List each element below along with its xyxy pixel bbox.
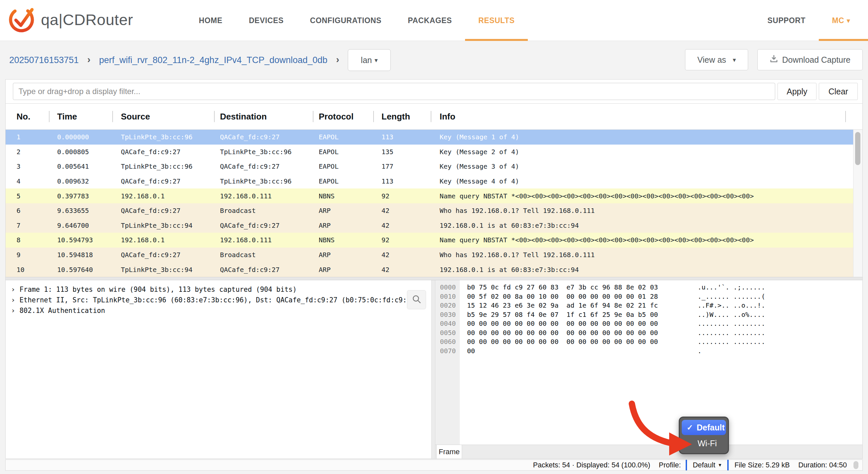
table-row[interactable]: 1010.597640TpLinkPte_3b:cc:94QACafe_fd:c… <box>6 262 862 277</box>
cell-dst: 192.168.0.111 <box>214 192 313 200</box>
hex-row[interactable]: 005000 00 00 00 00 00 00 00 00 00 00 00 … <box>435 329 862 338</box>
cell-proto: EAPOL <box>313 133 373 141</box>
capture-viewer-panel: Apply Clear No. Time Source Destination … <box>5 79 863 459</box>
nav-right: SUPPORT MC ▾ <box>754 0 868 41</box>
cell-dst: 192.168.0.111 <box>214 236 313 244</box>
breadcrumb-test-link[interactable]: perf_wifi_rvr_802_11n-2_4ghz_IPv4_TCP_do… <box>99 55 327 65</box>
cell-dst: Broadcast <box>214 207 313 214</box>
table-row[interactable]: 910.594818QACafe_fd:c9:27BroadcastARP42W… <box>6 247 862 262</box>
search-detail-button[interactable] <box>407 290 426 309</box>
hex-row[interactable]: 0030b5 9e 29 57 08 f4 0e 07 1f c1 6f 25 … <box>435 310 862 319</box>
cell-info: 192.168.0.1 is at 60:83:e7:3b:cc:94 <box>431 266 845 274</box>
hex-row[interactable]: 004000 00 00 00 00 00 00 00 00 00 00 00 … <box>435 319 862 329</box>
frame-tab[interactable]: Frame <box>436 445 462 459</box>
cell-info: Key (Message 1 of 4) <box>431 133 845 141</box>
packet-detail-pane: ›Frame 1: 113 bytes on wire (904 bits), … <box>6 280 431 459</box>
chevron-down-icon: ▾ <box>719 463 721 468</box>
table-panes-divider[interactable] <box>6 277 862 280</box>
cell-dst: TpLinkPte_3b:cc:96 <box>214 148 313 156</box>
clear-filter-button[interactable]: Clear <box>819 83 858 100</box>
cell-len: 42 <box>373 251 431 259</box>
hex-row[interactable]: 002015 12 46 23 e6 3e 02 9a ad 1e 6f 94 … <box>435 301 862 310</box>
display-filter-input[interactable] <box>13 83 775 100</box>
chevron-down-icon: ▾ <box>847 18 850 24</box>
detail-tree-line[interactable]: ›Frame 1: 113 bytes on wire (904 bits), … <box>11 284 431 295</box>
column-separator[interactable] <box>313 111 313 122</box>
cell-len: 42 <box>373 222 431 229</box>
hex-offset: 0010 <box>435 292 460 301</box>
column-header-source[interactable]: Source <box>112 103 214 130</box>
expand-chevron-icon[interactable]: › <box>11 305 20 316</box>
table-row[interactable]: 10.000000TpLinkPte_3b:cc:96QACafe_fd:c9:… <box>6 130 862 144</box>
hex-row[interactable]: 001000 5f 02 00 8a 00 10 00 00 00 00 00 … <box>435 292 862 301</box>
view-as-button[interactable]: View as ▾ <box>685 49 748 70</box>
expand-chevron-icon[interactable]: › <box>11 295 20 305</box>
user-menu-button[interactable]: MC ▾ <box>819 0 868 41</box>
breadcrumb-run-link[interactable]: 20250716153751 <box>9 55 79 65</box>
column-separator[interactable] <box>49 111 50 122</box>
hex-row[interactable]: 007000. <box>435 347 862 356</box>
column-header-no[interactable]: No. <box>6 103 49 130</box>
column-header-length[interactable]: Length <box>373 103 431 130</box>
cell-dst: QACafe_fd:c9:27 <box>214 222 313 229</box>
column-separator[interactable] <box>373 111 374 122</box>
detail-tree-line[interactable]: ›Ethernet II, Src: TpLinkPte_3b:cc:96 (6… <box>11 295 431 305</box>
column-header-time[interactable]: Time <box>49 103 112 130</box>
hex-bytes: 00 00 00 00 00 00 00 00 00 00 00 00 00 0… <box>460 319 691 329</box>
nav-item-packages[interactable]: PACKAGES <box>395 0 465 41</box>
check-icon: ✓ <box>687 423 693 432</box>
nav-item-devices[interactable]: DEVICES <box>236 0 297 41</box>
resize-handle[interactable] <box>854 461 859 469</box>
table-row[interactable]: 40.009632QACafe_fd:c9:27TpLinkPte_3b:cc:… <box>6 174 862 189</box>
column-separator[interactable] <box>431 111 431 122</box>
nav-item-configurations[interactable]: CONFIGURATIONS <box>297 0 395 41</box>
packet-list-scrollbar[interactable] <box>853 130 862 277</box>
interface-select-button[interactable]: lan ▾ <box>348 49 391 71</box>
active-user-underline <box>819 39 868 41</box>
column-header-info[interactable]: Info <box>431 103 845 130</box>
download-capture-button[interactable]: Download Capture <box>757 49 863 70</box>
cell-src: TpLinkPte_3b:cc:94 <box>112 266 214 274</box>
apply-filter-button[interactable]: Apply <box>777 83 816 100</box>
hex-row[interactable]: 0000b0 75 0c fd c9 27 60 83 e7 3b cc 96 … <box>435 283 862 292</box>
nav-item-home[interactable]: HOME <box>186 0 236 41</box>
packet-rows: 10.000000TpLinkPte_3b:cc:96QACafe_fd:c9:… <box>6 130 862 277</box>
profile-dropdown[interactable]: Default ▾ <box>687 461 727 469</box>
cell-info: Who has 192.168.0.1? Tell 192.168.0.111 <box>431 251 845 259</box>
cell-info: Who has 192.168.0.1? Tell 192.168.0.111 <box>431 207 845 214</box>
file-size: File Size: 5.29 kB <box>735 461 790 469</box>
column-header-destination[interactable]: Destination <box>214 103 313 130</box>
detail-tree-line[interactable]: ›802.1X Authentication <box>11 305 431 316</box>
table-row[interactable]: 79.646700TpLinkPte_3b:cc:94QACafe_fd:c9:… <box>6 218 862 233</box>
cell-time: 10.594793 <box>49 236 112 244</box>
table-row[interactable]: 50.397783192.168.0.1192.168.0.111NBNS92N… <box>6 189 862 203</box>
table-row[interactable]: 810.594793192.168.0.1192.168.0.111NBNS92… <box>6 233 862 247</box>
cell-proto: EAPOL <box>313 162 373 170</box>
scrollbar-thumb[interactable] <box>855 132 860 165</box>
expand-chevron-icon[interactable]: › <box>11 284 20 295</box>
hex-row[interactable]: 006000 00 00 00 00 00 00 00 00 00 00 00 … <box>435 337 862 347</box>
popup-item-default[interactable]: ✓ Default <box>682 420 726 435</box>
cell-no: 1 <box>6 133 49 141</box>
cell-no: 5 <box>6 192 49 200</box>
cell-no: 9 <box>6 251 49 259</box>
cell-info: Name query NBSTAT *<00><00><00><00><00><… <box>431 236 845 244</box>
brand-logo[interactable]: qa|CDRouter <box>7 5 133 34</box>
column-header-protocol[interactable]: Protocol <box>313 103 373 130</box>
table-row[interactable]: 69.633655QACafe_fd:c9:27BroadcastARP42Wh… <box>6 203 862 218</box>
nav-item-results[interactable]: RESULTS <box>465 0 528 41</box>
column-separator[interactable] <box>112 111 113 122</box>
chevron-down-icon: ▾ <box>733 57 736 63</box>
pane-splitter[interactable] <box>431 280 435 459</box>
cell-len: 42 <box>373 266 431 274</box>
cell-dst: QACafe_fd:c9:27 <box>214 162 313 170</box>
popup-item-wifi[interactable]: Wi-Fi <box>682 436 726 451</box>
column-separator[interactable] <box>214 111 215 122</box>
cell-src: TpLinkPte_3b:cc:96 <box>112 162 214 170</box>
cell-len: 42 <box>373 207 431 214</box>
table-row[interactable]: 30.005641TpLinkPte_3b:cc:96QACafe_fd:c9:… <box>6 159 862 174</box>
table-row[interactable]: 20.000805QACafe_fd:c9:27TpLinkPte_3b:cc:… <box>6 144 862 160</box>
hex-bytes: 00 5f 02 00 8a 00 10 00 00 00 00 00 00 0… <box>460 292 691 301</box>
cell-time: 9.633655 <box>49 207 112 214</box>
nav-item-support[interactable]: SUPPORT <box>754 0 818 41</box>
